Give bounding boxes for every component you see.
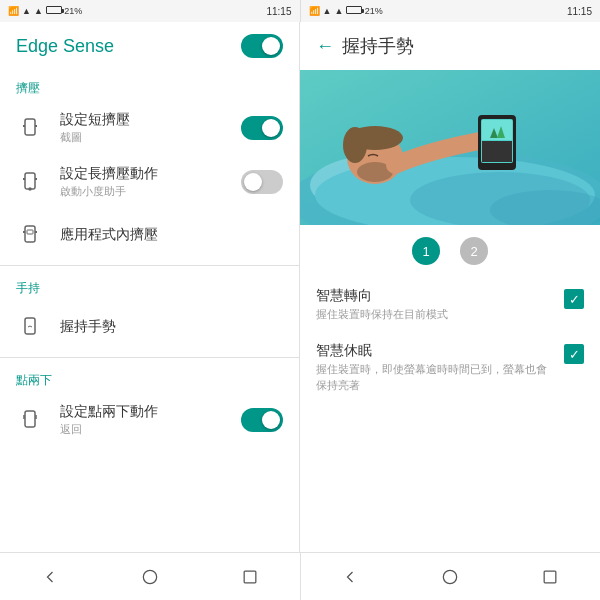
svg-point-23 [343, 127, 367, 163]
svg-point-4 [29, 188, 31, 190]
status-bar-left: 📶 ▲ ▲ 21% 11:15 [0, 0, 301, 22]
smart-sleep-name: 智慧休眠 [316, 342, 556, 360]
edge-sense-title: Edge Sense [16, 36, 114, 57]
double-tap-icon [16, 404, 48, 436]
status-bars: 📶 ▲ ▲ 21% 11:15 📶 ▲ ▲ 21% 11:15 [0, 0, 600, 22]
edge-sense-main-toggle[interactable] [241, 34, 283, 58]
nfc-icon: 📶 [8, 6, 19, 16]
svg-rect-12 [25, 411, 35, 427]
smart-rotate-name: 智慧轉向 [316, 287, 556, 305]
inapp-squeeze-name: 應用程式內擠壓 [60, 226, 283, 244]
nfc-icon-r: 📶 [309, 6, 320, 16]
long-squeeze-text: 設定長擠壓動作 啟動小度助手 [60, 165, 229, 199]
right-status-icons: 📶 ▲ ▲ 21% [309, 6, 383, 16]
long-squeeze-name: 設定長擠壓動作 [60, 165, 229, 183]
left-time: 11:15 [266, 6, 291, 17]
double-tap-desc: 返回 [60, 422, 229, 437]
squeeze-icon-3 [16, 219, 48, 251]
right-title: 握持手勢 [342, 34, 414, 58]
wifi-icon-r: ▲ [323, 6, 332, 16]
right-header: ← 握持手勢 [300, 22, 600, 70]
right-panel: ← 握持手勢 [300, 22, 600, 552]
svg-rect-8 [27, 230, 33, 234]
short-squeeze-item[interactable]: 設定短擠壓 截圖 [0, 101, 299, 155]
gesture-illustration [300, 70, 600, 225]
signal-icon: ▲ [34, 6, 43, 16]
smart-sleep-desc: 握住裝置時，即使螢幕逾時時間已到，螢幕也會保持亮著 [316, 362, 556, 393]
divider-1 [0, 265, 299, 266]
bottom-nav-left [0, 553, 301, 600]
hold-gesture-name: 握持手勢 [60, 318, 283, 336]
long-squeeze-item[interactable]: 設定長擠壓動作 啟動小度助手 [0, 155, 299, 209]
double-tap-toggle[interactable] [241, 408, 283, 432]
toggle-knob [262, 37, 280, 55]
smart-rotate-text: 智慧轉向 握住裝置時保持在目前模式 [316, 287, 556, 322]
wifi-icon: ▲ [22, 6, 31, 16]
double-tap-text: 設定點兩下動作 返回 [60, 403, 229, 437]
battery-left: 21% [46, 6, 83, 16]
recent-nav-btn-right[interactable] [536, 563, 564, 591]
hold-gesture-item[interactable]: 握持手勢 [0, 301, 299, 353]
double-tap-item[interactable]: 設定點兩下動作 返回 [0, 393, 299, 447]
double-tap-name: 設定點兩下動作 [60, 403, 229, 421]
smart-rotate-desc: 握住裝置時保持在目前模式 [316, 307, 556, 322]
hold-gesture-icon [16, 311, 48, 343]
short-squeeze-desc: 截圖 [60, 130, 229, 145]
svg-rect-0 [25, 119, 35, 135]
toggle-knob [262, 411, 280, 429]
bottom-nav-right [301, 553, 601, 600]
right-time: 11:15 [567, 6, 592, 17]
inapp-squeeze-item[interactable]: 應用程式內擠壓 [0, 209, 299, 261]
smart-sleep-item: 智慧休眠 握住裝置時，即使螢幕逾時時間已到，螢幕也會保持亮著 ✓ [300, 332, 600, 403]
smart-sleep-text: 智慧休眠 握住裝置時，即使螢幕逾時時間已到，螢幕也會保持亮著 [316, 342, 556, 393]
svg-rect-36 [544, 571, 556, 583]
squeeze-icon-2 [16, 166, 48, 198]
pagination: 1 2 [300, 225, 600, 277]
battery-right: 21% [346, 6, 383, 16]
smart-sleep-checkbox[interactable]: ✓ [564, 344, 584, 364]
hold-gesture-text: 握持手勢 [60, 318, 283, 336]
svg-rect-3 [25, 173, 35, 189]
recent-nav-btn-left[interactable] [236, 563, 264, 591]
signal-icon-r: ▲ [334, 6, 343, 16]
long-squeeze-toggle[interactable] [241, 170, 283, 194]
main-content: Edge Sense 擠壓 設定短擠壓 截圖 [0, 22, 600, 552]
short-squeeze-text: 設定短擠壓 截圖 [60, 111, 229, 145]
page-dot-1[interactable]: 1 [412, 237, 440, 265]
toggle-knob [244, 173, 262, 191]
section-doubletap: 點兩下 [0, 362, 299, 393]
svg-point-33 [143, 570, 156, 583]
left-header: Edge Sense [0, 22, 299, 70]
long-squeeze-desc: 啟動小度助手 [60, 184, 229, 199]
home-nav-btn-left[interactable] [136, 563, 164, 591]
smart-rotate-item: 智慧轉向 握住裝置時保持在目前模式 ✓ [300, 277, 600, 332]
svg-point-35 [444, 570, 457, 583]
smart-rotate-checkbox[interactable]: ✓ [564, 289, 584, 309]
squeeze-icon-1 [16, 112, 48, 144]
back-nav-btn-left[interactable] [36, 563, 64, 591]
short-squeeze-toggle[interactable] [241, 116, 283, 140]
divider-2 [0, 357, 299, 358]
svg-rect-28 [482, 141, 512, 162]
page-dot-2[interactable]: 2 [460, 237, 488, 265]
bottom-nav [0, 552, 600, 600]
back-nav-btn-right[interactable] [336, 563, 364, 591]
svg-rect-34 [244, 571, 256, 583]
section-squeeze: 擠壓 [0, 70, 299, 101]
left-panel: Edge Sense 擠壓 設定短擠壓 截圖 [0, 22, 300, 552]
status-bar-right: 📶 ▲ ▲ 21% 11:15 [301, 0, 601, 22]
left-status-icons: 📶 ▲ ▲ 21% [8, 6, 82, 16]
back-button[interactable]: ← [316, 36, 334, 57]
toggle-knob [262, 119, 280, 137]
home-nav-btn-right[interactable] [436, 563, 464, 591]
section-hold: 手持 [0, 270, 299, 301]
inapp-squeeze-text: 應用程式內擠壓 [60, 226, 283, 244]
short-squeeze-name: 設定短擠壓 [60, 111, 229, 129]
